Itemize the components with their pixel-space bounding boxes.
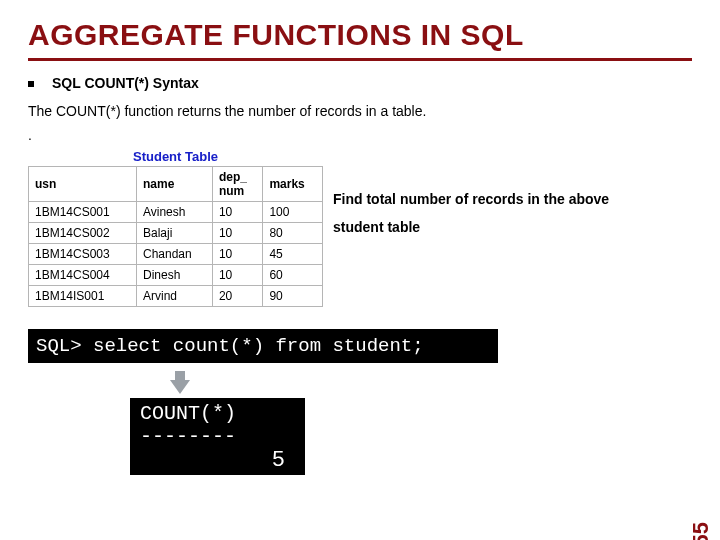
cell: 10 (212, 202, 262, 223)
cell: Arvind (136, 286, 212, 307)
cell: Avinesh (136, 202, 212, 223)
bullet-row: SQL COUNT(*) Syntax (0, 75, 720, 91)
cell: 1BM14CS004 (29, 265, 137, 286)
sql-terminal-query: SQL> select count(*) from student; (28, 329, 498, 363)
cell: Balaji (136, 223, 212, 244)
stray-period: . (0, 127, 720, 143)
cell: 20 (212, 286, 262, 307)
section-heading: SQL COUNT(*) Syntax (52, 75, 199, 91)
table-header-row: usn name dep_ num marks (29, 167, 323, 202)
cell: Dinesh (136, 265, 212, 286)
cell: Chandan (136, 244, 212, 265)
cell: 10 (212, 223, 262, 244)
cell: 90 (263, 286, 323, 307)
cell: 45 (263, 244, 323, 265)
cell: 1BM14CS003 (29, 244, 137, 265)
cell: 80 (263, 223, 323, 244)
sql-terminal-result: COUNT(*) -------- 5 (130, 398, 305, 475)
question-line2: student table (333, 219, 420, 235)
cell: 10 (212, 244, 262, 265)
square-bullet-icon (28, 81, 34, 87)
question-line1: Find total number of records in the abov… (333, 191, 609, 207)
table-caption: Student Table (28, 149, 323, 164)
col-usn: usn (29, 167, 137, 202)
col-dep-num: dep_ num (212, 167, 262, 202)
cell: 1BM14CS002 (29, 223, 137, 244)
title-underline (28, 58, 692, 61)
col-marks: marks (263, 167, 323, 202)
page-number: 55 (688, 522, 714, 540)
cell: 60 (263, 265, 323, 286)
cell: 100 (263, 202, 323, 223)
cell: 1BM14IS001 (29, 286, 137, 307)
question-text: Find total number of records in the abov… (333, 149, 609, 307)
result-header: COUNT(*) (140, 402, 236, 425)
table-row: 1BM14IS001 Arvind 20 90 (29, 286, 323, 307)
table-row: 1BM14CS004 Dinesh 10 60 (29, 265, 323, 286)
cell: 10 (212, 265, 262, 286)
col-name: name (136, 167, 212, 202)
student-table-block: Student Table usn name dep_ num marks 1B… (28, 149, 323, 307)
result-dashes: -------- (140, 425, 236, 448)
result-value: 5 (140, 448, 295, 473)
cell: 1BM14CS001 (29, 202, 137, 223)
page-title: AGGREGATE FUNCTIONS IN SQL (0, 0, 720, 58)
table-row: 1BM14CS001 Avinesh 10 100 (29, 202, 323, 223)
description-text: The COUNT(*) function returns the number… (0, 103, 720, 119)
table-row: 1BM14CS002 Balaji 10 80 (29, 223, 323, 244)
table-row: 1BM14CS003 Chandan 10 45 (29, 244, 323, 265)
student-table: usn name dep_ num marks 1BM14CS001 Avine… (28, 166, 323, 307)
down-arrow-icon (170, 371, 720, 394)
